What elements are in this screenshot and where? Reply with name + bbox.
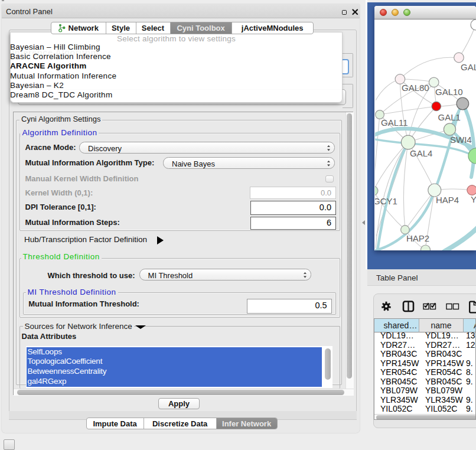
svg-text:HAP2: HAP2 bbox=[406, 233, 429, 243]
svg-text:Y: Y bbox=[471, 194, 476, 204]
svg-text:GAL80: GAL80 bbox=[402, 83, 429, 93]
svg-text:GAL11: GAL11 bbox=[381, 118, 408, 128]
svg-text:GAL: GAL bbox=[461, 62, 476, 72]
svg-text:HAP4: HAP4 bbox=[436, 195, 459, 205]
svg-text:GAL1: GAL1 bbox=[438, 112, 461, 122]
svg-text:GCY1: GCY1 bbox=[375, 196, 397, 206]
svg-text:GAL10: GAL10 bbox=[435, 87, 463, 97]
svg-text:GAL4: GAL4 bbox=[410, 148, 432, 158]
svg-text:SWI4: SWI4 bbox=[450, 135, 472, 145]
